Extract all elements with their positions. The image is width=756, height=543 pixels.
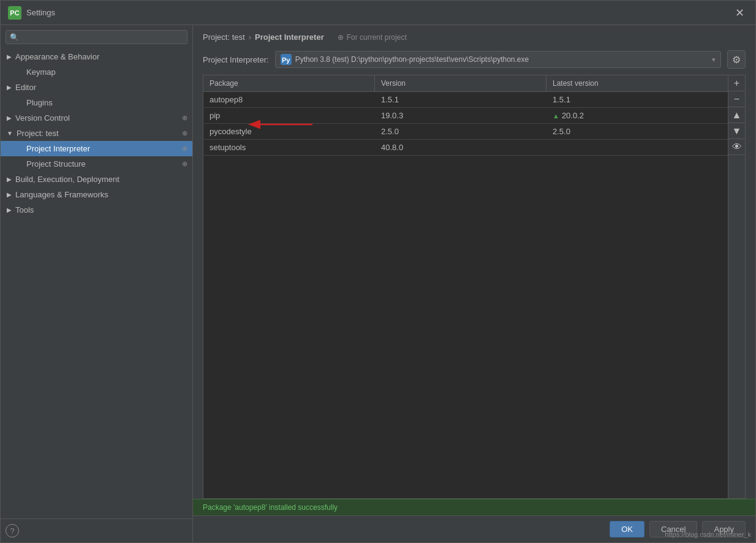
dropdown-arrow-icon: ▾: [712, 56, 716, 64]
python-icon: Py: [281, 54, 292, 65]
column-header-package: Package: [203, 75, 375, 91]
ok-button[interactable]: OK: [610, 521, 644, 537]
cell-package: pip: [203, 108, 375, 123]
nav-arrow: ▶: [7, 115, 12, 121]
nav-label: Project Interpreter: [26, 144, 180, 153]
status-message: Package 'autopep8' installed successfull…: [203, 503, 338, 512]
nav-label: Editor: [15, 83, 187, 92]
nav-label: Appearance & Behavior: [15, 52, 187, 61]
interpreter-row: Project Interpreter: Py Python 3.8 (test…: [193, 47, 755, 75]
sidebar-item-languages-frameworks[interactable]: ▶Languages & Frameworks: [1, 187, 192, 202]
titlebar: PC Settings ✕: [1, 1, 755, 25]
table-body: autopep8 1.5.1 1.5.1 pip 19.0.3 ▲ 20.0.2…: [203, 92, 728, 498]
eye-button[interactable]: 👁: [728, 139, 745, 155]
search-icon: 🔍: [10, 33, 19, 42]
badge-icon: ⊕: [338, 33, 344, 42]
cell-version: 2.5.0: [375, 124, 546, 139]
main-panel: Project: test › Project Interpreter ⊕ Fo…: [193, 25, 755, 542]
status-bar: Package 'autopep8' installed successfull…: [193, 499, 755, 515]
sidebar-item-editor[interactable]: ▶Editor: [1, 80, 192, 95]
packages-table-area: Package Version Latest version autopep8 …: [203, 75, 746, 499]
cell-package: autopep8: [203, 92, 375, 107]
sidebar-item-plugins[interactable]: ▶Plugins: [1, 95, 192, 110]
help-button[interactable]: ?: [6, 524, 19, 537]
nav-arrow: ▶: [7, 207, 12, 213]
nav-arrow: ▶: [7, 84, 12, 91]
table-header: Package Version Latest version: [203, 75, 728, 92]
cell-latest: ▲ 20.0.2: [546, 108, 728, 123]
breadcrumb-parent: Project: test: [203, 32, 245, 42]
interpreter-dropdown[interactable]: Py Python 3.8 (test) D:\python\python-pr…: [275, 51, 721, 68]
interpreter-label: Project Interpreter:: [203, 55, 269, 64]
cell-version: 19.0.3: [375, 108, 546, 123]
nav-label: Project: test: [17, 129, 180, 138]
bottom-buttons: OK Cancel Apply: [193, 515, 755, 542]
scroll-up-button[interactable]: ▲: [728, 107, 745, 123]
remove-package-button[interactable]: −: [728, 91, 745, 107]
packages-table: Package Version Latest version autopep8 …: [203, 75, 728, 499]
settings-window: PC Settings ✕ 🔍 ▶Appearance & Behavior▶K…: [0, 0, 756, 543]
close-button[interactable]: ✕: [731, 5, 748, 21]
nav-arrow: ▶: [7, 53, 12, 60]
sidebar-item-build-execution[interactable]: ▶Build, Execution, Deployment: [1, 172, 192, 187]
cell-version: 1.5.1: [375, 92, 546, 107]
scroll-down-button[interactable]: ▼: [728, 123, 745, 139]
svg-text:Py: Py: [282, 56, 290, 64]
table-row[interactable]: setuptools 40.8.0: [203, 140, 728, 156]
app-icon: PC: [8, 6, 21, 20]
interpreter-name: Python 3.8 (test) D:\python\python-proje…: [295, 55, 709, 64]
sidebar-item-project-test[interactable]: ▼Project: test⊕: [1, 126, 192, 141]
table-actions: + − ▲ ▼ 👁: [728, 75, 746, 499]
search-box[interactable]: 🔍: [6, 30, 187, 44]
nav-label: Project Structure: [26, 159, 180, 169]
copy-icon: ⊕: [182, 145, 187, 153]
nav-label: Build, Execution, Deployment: [15, 175, 187, 184]
nav-arrow: ▶: [7, 191, 12, 198]
nav-label: Plugins: [26, 98, 187, 107]
table-row[interactable]: pycodestyle 2.5.0 2.5.0: [203, 124, 728, 140]
nav-arrow: ▼: [7, 130, 13, 137]
badge-text: For current project: [347, 33, 407, 42]
sidebar-item-project-interpreter[interactable]: ▶Project Interpreter⊕: [1, 141, 192, 156]
breadcrumb: Project: test › Project Interpreter ⊕ Fo…: [193, 25, 755, 47]
breadcrumb-separator: ›: [249, 32, 251, 42]
table-row[interactable]: pip 19.0.3 ▲ 20.0.2: [203, 108, 728, 124]
sidebar: 🔍 ▶Appearance & Behavior▶Keymap▶Editor▶P…: [1, 25, 193, 542]
window-title: Settings: [26, 8, 731, 17]
sidebar-item-tools[interactable]: ▶Tools: [1, 202, 192, 218]
nav-list: ▶Appearance & Behavior▶Keymap▶Editor▶Plu…: [1, 49, 192, 218]
table-row[interactable]: autopep8 1.5.1 1.5.1: [203, 92, 728, 108]
nav-arrow: ▶: [7, 176, 12, 183]
column-header-version: Version: [375, 75, 546, 91]
column-header-latest: Latest version: [546, 75, 728, 91]
nav-label: Languages & Frameworks: [15, 190, 187, 199]
update-icon: ▲: [553, 112, 559, 120]
sidebar-item-project-structure[interactable]: ▶Project Structure⊕: [1, 156, 192, 172]
watermark: https://blog.csdn.net/miner_k: [665, 531, 751, 538]
sidebar-item-appearance[interactable]: ▶Appearance & Behavior: [1, 49, 192, 64]
copy-icon: ⊕: [182, 160, 187, 168]
cell-package: setuptools: [203, 140, 375, 155]
sidebar-item-keymap[interactable]: ▶Keymap: [1, 64, 192, 80]
cell-latest: [546, 145, 728, 151]
for-project-badge: ⊕ For current project: [338, 33, 407, 42]
copy-icon: ⊕: [182, 114, 187, 122]
content-area: 🔍 ▶Appearance & Behavior▶Keymap▶Editor▶P…: [1, 25, 755, 542]
search-input[interactable]: [21, 32, 183, 42]
nav-label: Tools: [15, 205, 187, 215]
copy-icon: ⊕: [182, 129, 187, 137]
nav-label: Keymap: [26, 67, 187, 77]
breadcrumb-current: Project Interpreter: [255, 32, 324, 42]
cell-version: 40.8.0: [375, 140, 546, 155]
cell-latest: 1.5.1: [546, 92, 728, 107]
sidebar-bottom: ?: [1, 518, 192, 542]
cell-latest: 2.5.0: [546, 124, 728, 139]
cell-package: pycodestyle: [203, 124, 375, 139]
gear-button[interactable]: ⚙: [727, 50, 746, 69]
sidebar-item-version-control[interactable]: ▶Version Control⊕: [1, 110, 192, 126]
add-package-button[interactable]: +: [728, 75, 745, 91]
nav-label: Version Control: [15, 113, 180, 123]
